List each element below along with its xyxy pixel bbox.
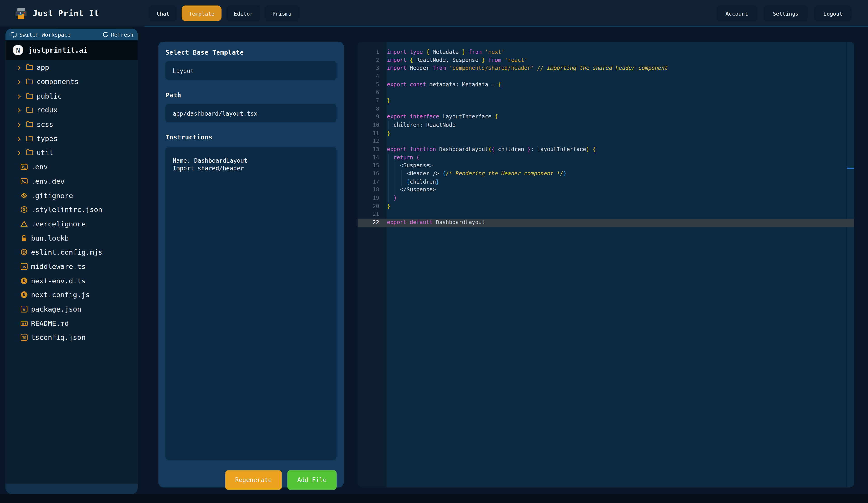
line-number: 9	[358, 113, 386, 121]
workspace-row[interactable]: N justprintit.ai	[6, 40, 138, 60]
folder-item-components[interactable]: components	[6, 75, 138, 89]
file-item-README.md[interactable]: MREADME.md	[6, 316, 138, 331]
folder-icon	[26, 64, 33, 71]
file-label: middleware.ts	[31, 262, 85, 271]
code-text: <Header /> {/* Rendering the Header comp…	[386, 170, 567, 178]
file-item-.stylelintrc.json[interactable]: .stylelintrc.json	[6, 202, 138, 217]
code-line-11[interactable]: 11}	[358, 129, 854, 137]
file-item-.env.dev[interactable]: .env.dev	[6, 174, 138, 188]
code-line-6[interactable]: 6	[358, 89, 854, 97]
npm-icon: n	[21, 305, 28, 313]
file-item-tsconfig.json[interactable]: TStsconfig.json	[6, 331, 138, 345]
indent-guide	[388, 170, 389, 178]
folder-item-app[interactable]: app	[6, 60, 138, 75]
code-line-3[interactable]: 3import Header from 'components/shared/h…	[358, 64, 854, 73]
code-line-5[interactable]: 5export const metadata: Metadata = {	[358, 81, 854, 89]
template-panel: Select Base Template Layout Path app/das…	[158, 42, 344, 488]
code-line-7[interactable]: 7}	[358, 97, 854, 105]
file-item-bun.lockb[interactable]: bun.lockb	[6, 231, 138, 245]
folder-item-scss[interactable]: scss	[6, 117, 138, 132]
line-number: 12	[358, 137, 386, 146]
file-item-middleware.ts[interactable]: TSmiddleware.ts	[6, 259, 138, 274]
code-line-21[interactable]: 21	[358, 210, 854, 219]
code-text: }	[386, 97, 390, 105]
code-line-16[interactable]: 16 <Header /> {/* Rendering the Header c…	[358, 170, 854, 178]
code-line-19[interactable]: 19 )	[358, 194, 854, 202]
code-line-18[interactable]: 18 </Suspense>	[358, 186, 854, 194]
svg-text:TS: TS	[22, 336, 26, 339]
file-item-eslint.config.mjs[interactable]: eslint.config.mjs	[6, 245, 138, 259]
app-title: Just Print It	[32, 9, 99, 18]
code-text: </Suspense>	[386, 186, 436, 194]
sidebar-header: Switch Workspace Refresh	[6, 29, 138, 40]
chevron-right-icon	[16, 93, 22, 99]
folder-label: util	[37, 148, 53, 157]
folder-label: scss	[37, 120, 53, 128]
settings-button[interactable]: Settings	[764, 6, 807, 21]
file-item-package.json[interactable]: npackage.json	[6, 302, 138, 316]
code-line-8[interactable]: 8	[358, 105, 854, 113]
file-item-next.config.js[interactable]: Nnext.config.js	[6, 288, 138, 302]
folder-icon	[26, 78, 33, 85]
code-text: }	[386, 129, 390, 137]
svg-text:n: n	[23, 307, 25, 312]
line-number: 1	[358, 48, 386, 56]
file-item-.gitignore[interactable]: .gitignore	[6, 188, 138, 202]
base-template-input[interactable]: Layout	[165, 62, 337, 80]
file-label: .env.dev	[31, 177, 65, 185]
switch-workspace-icon	[11, 32, 17, 38]
file-label: .gitignore	[31, 191, 73, 200]
folder-label: public	[37, 92, 62, 100]
refresh-button[interactable]: Refresh	[102, 32, 133, 38]
git-icon	[21, 192, 28, 199]
file-label: bun.lockb	[31, 234, 69, 242]
logout-button[interactable]: Logout	[814, 6, 851, 21]
svg-text:M: M	[22, 322, 24, 325]
code-line-22[interactable]: 22export default DashboardLayout	[358, 219, 854, 227]
app-logo: Just Print It	[15, 0, 99, 27]
add-file-button[interactable]: Add File	[287, 470, 337, 490]
code-line-20[interactable]: 20}	[358, 202, 854, 210]
folder-item-public[interactable]: public	[6, 89, 138, 103]
tab-template[interactable]: Template	[182, 6, 222, 21]
code-line-1[interactable]: 1import type { Metadata } from 'next'	[358, 48, 854, 56]
code-text: import { ReactNode, Suspense } from 'rea…	[386, 56, 527, 64]
regenerate-button[interactable]: Regenerate	[225, 470, 282, 490]
account-button[interactable]: Account	[717, 6, 757, 21]
path-input[interactable]: app/dashboard/layout.tsx	[165, 104, 337, 122]
code-editor[interactable]: 1import type { Metadata } from 'next'2im…	[358, 42, 854, 488]
folder-item-types[interactable]: types	[6, 131, 138, 146]
folder-item-util[interactable]: util	[6, 146, 138, 160]
printer-icon	[15, 8, 27, 19]
code-text: {children}	[386, 178, 439, 186]
code-line-14[interactable]: 14 return (	[358, 154, 854, 162]
topbar: Just Print It ChatTemplateEditorPrisma A…	[0, 0, 868, 27]
folder-item-redux[interactable]: redux	[6, 103, 138, 117]
file-item-next-env.d.ts[interactable]: Nnext-env.d.ts	[6, 274, 138, 288]
line-number: 14	[358, 154, 386, 162]
line-number: 13	[358, 146, 386, 154]
file-item-.env[interactable]: .env	[6, 160, 138, 174]
code-line-17[interactable]: 17 {children}	[358, 178, 854, 186]
indent-guide	[395, 186, 395, 194]
tab-prisma[interactable]: Prisma	[265, 6, 299, 21]
code-line-4[interactable]: 4	[358, 73, 854, 81]
base-template-heading: Select Base Template	[165, 49, 337, 56]
switch-workspace-button[interactable]: Switch Workspace	[11, 32, 71, 38]
lock-icon	[21, 234, 28, 242]
code-line-9[interactable]: 9export interface LayoutInterface {	[358, 113, 854, 121]
tab-chat[interactable]: Chat	[149, 6, 177, 21]
code-line-12[interactable]: 12	[358, 137, 854, 146]
code-line-2[interactable]: 2import { ReactNode, Suspense } from 're…	[358, 56, 854, 64]
file-item-.vercelignore[interactable]: .vercelignore	[6, 217, 138, 231]
chevron-right-icon	[16, 135, 22, 142]
code-line-10[interactable]: 10 children: ReactNode	[358, 121, 854, 129]
tab-editor[interactable]: Editor	[227, 6, 260, 21]
code-line-13[interactable]: 13export function DashboardLayout({ chil…	[358, 146, 854, 154]
instructions-textarea[interactable]: Name: DashboardLayout Import shared/head…	[165, 147, 337, 460]
code-line-15[interactable]: 15 <Suspense>	[358, 162, 854, 170]
nextjs-icon: N	[21, 291, 28, 298]
line-number: 20	[358, 202, 386, 210]
sidebar: Switch Workspace Refresh N justprintit.a…	[6, 29, 138, 493]
stylelint-icon	[21, 206, 28, 213]
